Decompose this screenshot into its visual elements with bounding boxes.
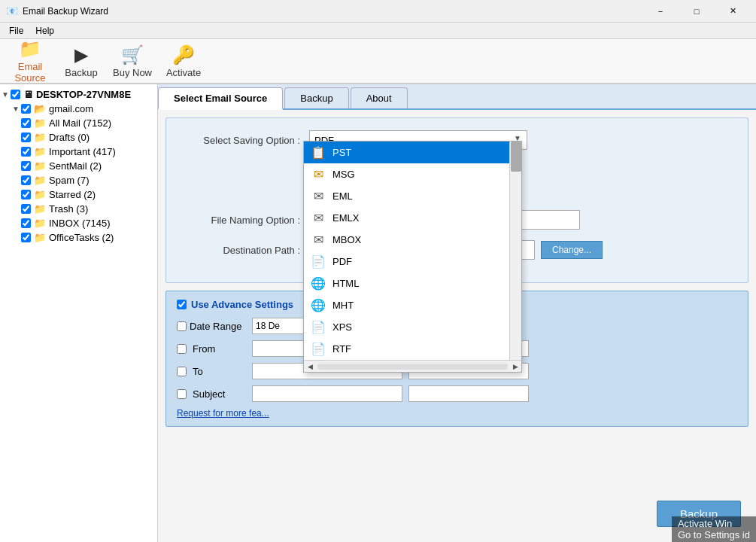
tree-starred[interactable]: 📁 Starred (2) (0, 187, 157, 202)
tab-bar: Select Email Source Backup About (158, 84, 756, 110)
dropdown-item-xps[interactable]: 📄 XPS (304, 316, 509, 338)
subject-row: Subject (177, 385, 737, 402)
dropdown-scrollthumb (511, 142, 521, 172)
xps-label: XPS (332, 321, 352, 333)
sentmail-checkbox[interactable] (21, 161, 31, 171)
subject-checkbox[interactable] (177, 389, 187, 399)
officetasks-icon: 📁 (34, 232, 46, 243)
mbox-icon: ✉ (310, 233, 326, 247)
officetasks-label: OfficeTasks (2) (49, 232, 114, 243)
dropdown-item-pst[interactable]: 📋 PST (304, 142, 509, 163)
menubar: File Help (0, 23, 756, 39)
date-from-input[interactable] (252, 318, 305, 334)
dropdown-item-html[interactable]: 🌐 HTML (304, 273, 509, 294)
starred-checkbox[interactable] (21, 190, 31, 199)
dropdown-hscroll: ◀ ▶ (304, 360, 521, 372)
date-range-label: Date Range (190, 321, 241, 332)
drafts-label: Drafts (0) (49, 132, 90, 143)
important-checkbox[interactable] (21, 147, 31, 157)
toolbar-activate[interactable]: 🔑 Activate (159, 41, 208, 81)
trash-checkbox[interactable] (21, 204, 31, 214)
root-checkbox[interactable] (11, 90, 20, 99)
menu-file[interactable]: File (3, 24, 29, 38)
buy-now-icon: 🛒 (121, 44, 144, 65)
advance-checkbox[interactable] (177, 300, 187, 309)
l1-checkbox[interactable] (21, 104, 31, 114)
dropdown-item-eml[interactable]: ✉ EML (304, 185, 509, 207)
to-label: To (193, 366, 203, 377)
change-button[interactable]: Change... (541, 241, 603, 259)
hscroll-right-arrow[interactable]: ▶ (509, 361, 521, 373)
maximize-button[interactable]: □ (679, 0, 714, 23)
allmail-icon: 📁 (34, 117, 46, 129)
date-range-label-wrapper: Date Range (177, 321, 252, 332)
dropdown-item-pdf[interactable]: 📄 PDF (304, 251, 509, 273)
important-icon: 📁 (34, 146, 46, 157)
tree-important[interactable]: 📁 Important (417) (0, 145, 157, 159)
msg-label: MSG (332, 169, 355, 180)
tree-spam[interactable]: 📁 Spam (7) (0, 173, 157, 187)
drafts-checkbox[interactable] (21, 132, 31, 142)
spam-checkbox[interactable] (21, 175, 31, 185)
hscroll-left-arrow[interactable]: ◀ (304, 361, 316, 373)
tree-officetasks[interactable]: 📁 OfficeTasks (2) (0, 230, 157, 245)
backup-btn-wrapper: Backup (158, 434, 756, 449)
tab-backup[interactable]: Backup (284, 87, 348, 108)
close-button[interactable]: ✕ (715, 0, 750, 23)
rtf-icon: 📄 (310, 342, 326, 356)
starred-label: Starred (2) (49, 189, 96, 200)
titlebar-title: Email Backup Wizard (23, 6, 643, 17)
tree-root[interactable]: ▼ 🖥 DESKTOP-27VNM8E (0, 87, 157, 102)
dropdown-item-emlx[interactable]: ✉ EMLX (304, 207, 509, 229)
from-label: From (193, 343, 215, 355)
subject-label: Subject (193, 388, 225, 400)
subject-input-end[interactable] (408, 385, 529, 402)
backup-label: Backup (65, 67, 97, 78)
tab-select-email-source[interactable]: Select Email Source (158, 87, 283, 110)
pdf-icon: 📄 (310, 254, 326, 269)
tree-trash[interactable]: 📁 Trash (3) (0, 202, 157, 216)
mht-label: MHT (332, 300, 354, 311)
mbox-label: MBOX (332, 234, 361, 245)
eml-label: EML (332, 190, 353, 202)
dropdown-item-rtf[interactable]: 📄 RTF (304, 338, 509, 360)
titlebar: 📧 Email Backup Wizard − □ ✕ (0, 0, 756, 23)
sidebar: ▼ 🖥 DESKTOP-27VNM8E ▼ 📂 gmail.com 📁 All … (0, 84, 158, 542)
tree-level1[interactable]: ▼ 📂 gmail.com (0, 102, 157, 116)
from-checkbox[interactable] (177, 344, 187, 354)
menu-help[interactable]: Help (29, 24, 60, 38)
html-icon: 🌐 (310, 276, 326, 291)
inbox-label: INBOX (7145) (49, 218, 111, 229)
toolbar-backup[interactable]: ▶ Backup (57, 41, 105, 81)
to-checkbox[interactable] (177, 367, 187, 376)
dropdown-list: 📋 PST ✉ MSG ✉ EML (304, 142, 509, 360)
dropdown-scrolltrack[interactable] (509, 142, 521, 360)
tree-sentmail[interactable]: 📁 SentMail (2) (0, 159, 157, 173)
saving-option-label: Select Saving Option : (181, 135, 309, 146)
destination-label: Destination Path : (181, 245, 309, 256)
rtf-label: RTF (332, 343, 351, 355)
allmail-checkbox[interactable] (21, 118, 31, 128)
officetasks-checkbox[interactable] (21, 233, 31, 242)
watermark: Activate WinGo to Settings id (672, 516, 756, 542)
sentmail-icon: 📁 (34, 160, 46, 172)
request-link[interactable]: Request for more fea... (177, 408, 737, 419)
subject-input[interactable] (252, 385, 402, 402)
inbox-checkbox[interactable] (21, 218, 31, 228)
allmail-label: All Mail (7152) (49, 117, 111, 129)
toolbar-email-source[interactable]: 📁 Email Source (6, 41, 54, 81)
minimize-button[interactable]: − (643, 0, 678, 23)
dropdown-item-mbox[interactable]: ✉ MBOX (304, 229, 509, 251)
subject-label-wrapper: Subject (177, 388, 252, 400)
tab-about[interactable]: About (351, 87, 408, 108)
dropdown-item-mht[interactable]: 🌐 MHT (304, 294, 509, 316)
dropdown-item-msg[interactable]: ✉ MSG (304, 163, 509, 185)
toolbar-buy-now[interactable]: 🛒 Buy Now (108, 41, 156, 81)
tree-allmail[interactable]: 📁 All Mail (7152) (0, 116, 157, 130)
date-range-checkbox[interactable] (177, 321, 187, 331)
hscroll-track[interactable] (317, 364, 508, 370)
tree-inbox[interactable]: 📁 INBOX (7145) (0, 216, 157, 230)
tree-drafts[interactable]: 📁 Drafts (0) (0, 130, 157, 145)
to-label-wrapper: To (177, 366, 252, 377)
xps-icon: 📄 (310, 320, 326, 334)
